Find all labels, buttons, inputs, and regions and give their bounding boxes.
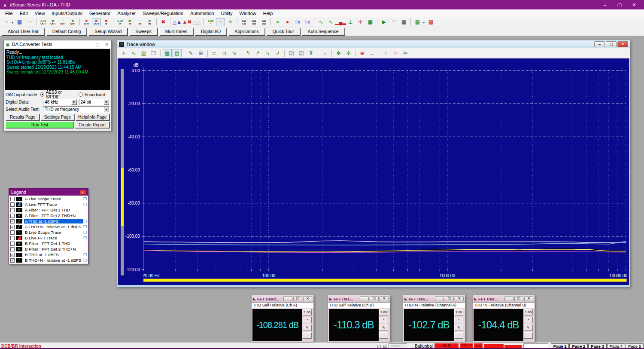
userbar-button-setup-wizard[interactable]: Setup Wizard (88, 28, 128, 35)
menu-item-utility[interactable]: Utility (218, 10, 236, 16)
userbar-button-quick-tour[interactable]: Quick Tour (267, 28, 300, 35)
sweep-mute-icon[interactable]: ▲✖ (182, 18, 191, 26)
meter-view-button[interactable]: ◔ (454, 317, 463, 323)
minimize-button[interactable]: – (598, 1, 612, 9)
legend-trace-label[interactable]: A Filter : FFT Det 1 THD (24, 208, 87, 212)
da-minimize-button[interactable]: – (85, 42, 91, 47)
fft-close-button[interactable]: ✕ (380, 296, 389, 301)
pan-up-icon[interactable]: ↱ (253, 49, 262, 57)
trace-close-button[interactable]: ✕ (617, 41, 628, 47)
edit-settings-button[interactable]: ✎ (454, 325, 463, 331)
legend-trace-label[interactable]: B THD+N - relative at -1 dBFS (24, 258, 83, 263)
legend-row[interactable]: ∿A Live Scope Trace❐ (9, 196, 88, 202)
tx-generator-icon[interactable]: Tx (293, 18, 302, 26)
userbar-button-auto-sequence[interactable]: Auto Sequence (302, 28, 345, 35)
results-page-button[interactable]: Results Page (6, 114, 39, 120)
da-maximize-button[interactable]: ▢ (95, 42, 100, 47)
legend-trace-label[interactable]: B Filter : FFT Det 1 THD (24, 241, 87, 246)
menu-item-generator[interactable]: Generator (86, 10, 114, 16)
copy-trace-icon[interactable]: ❐ (83, 202, 87, 207)
log-window-icon[interactable]: ▤ (383, 344, 386, 349)
copy-trace-icon[interactable]: ❐ (149, 49, 158, 57)
menu-item-window[interactable]: Window (236, 10, 260, 16)
legend-trace-label[interactable]: A Live FFT Trace (24, 202, 83, 207)
channel-b-readings-icon[interactable]: CAOB (249, 18, 258, 26)
report-stop-icon[interactable]: ▤ (426, 18, 435, 26)
run-script-icon[interactable]: ▶ (380, 18, 389, 26)
stop-icon[interactable]: ● (283, 18, 292, 26)
reading-multitone-icon[interactable]: ≋ (226, 18, 235, 26)
meter-view-button[interactable]: ◔ (303, 317, 312, 323)
trace-visibility-checkbox[interactable] (10, 202, 15, 207)
settings-page-button[interactable]: Settings Page (40, 114, 74, 120)
analyzer-meter-in-icon[interactable]: ◔IN (135, 18, 144, 26)
userbar-button-about-user-bar[interactable]: About User Bar (2, 28, 45, 35)
copy-trace-icon[interactable]: ❐ (83, 253, 87, 257)
zoom-selection-right-icon[interactable]: Q[ (297, 49, 306, 57)
script-editor-icon[interactable]: ▦ (399, 18, 408, 26)
maximize-button[interactable]: ▢ (612, 1, 627, 9)
edit-settings-button[interactable]: ✎ (379, 325, 388, 331)
userbar-button-applications[interactable]: Applications (228, 28, 265, 35)
export-trace-icon[interactable]: ▥ (139, 49, 148, 57)
legend-row[interactable]: ▟A Live FFT Trace❐ (9, 202, 88, 207)
horizontal-scrollbar[interactable] (143, 279, 627, 282)
analyzer-level-in-icon[interactable]: 1.00IN (115, 18, 125, 26)
legend-row[interactable]: ✓╱B THD at -1 dBFS❐ (9, 252, 88, 257)
legend-trace-label[interactable]: A THD at -1 dBFS (24, 219, 83, 223)
legend-row[interactable]: VA Filter : FFT Det 1 THD (9, 207, 88, 213)
cursor-walker-icon[interactable]: ⊕ (358, 49, 367, 57)
userbar-button-digital-i-o[interactable]: Digital I/O (195, 28, 227, 35)
copy-trace-icon[interactable]: ❐ (83, 219, 87, 223)
pan-right-icon[interactable]: ↲ (273, 49, 282, 57)
prev-next-button[interactable]: ↔ (524, 332, 533, 339)
meter-view-button[interactable]: ◔ (524, 317, 533, 323)
crosshair-icon[interactable]: ✛ (356, 18, 365, 26)
marker-config-icon[interactable]: ⊨ (401, 49, 410, 57)
legend-row[interactable]: VA Filter : FFT Det 2 THD+N (9, 213, 88, 218)
export-config-icon[interactable]: ▱ (25, 18, 34, 26)
analyzer-multitone-in-icon[interactable]: ≋IN (145, 18, 154, 26)
save-config-icon[interactable]: ▦ (15, 18, 24, 26)
menu-item-edit[interactable]: Edit (16, 10, 31, 16)
menu-item-automation[interactable]: Automation (187, 10, 218, 16)
sample-rate-select[interactable]: 48 kHz▼ (43, 99, 77, 105)
legend-row[interactable]: VB Filter : FFT Det 1 THD (9, 241, 88, 246)
output-mute-a-icon[interactable]: ✖OUT (82, 18, 91, 26)
legend-trace-label[interactable]: B Filter : FFT Det 2 THD+N (24, 247, 87, 251)
bit-depth-select[interactable]: 24 bit▼ (79, 99, 109, 105)
chart-region[interactable]: 0.00-20.00-40.00-60.00-80.00-100.00-120.… (118, 58, 629, 285)
userbar-button-multi-tones[interactable]: Multi-tones (159, 28, 193, 35)
sweep-run-icon[interactable]: ∿ (316, 18, 325, 26)
trace-visibility-checkbox[interactable]: ✓ (10, 219, 15, 223)
generator-level-out-icon[interactable]: 1.00OUT (39, 18, 48, 26)
vertical-scrollbar-thumb[interactable] (121, 168, 124, 226)
legend-row[interactable]: ✓╱A THD at -1 dBFS❐ (9, 218, 88, 224)
grid-toggle-icon[interactable]: ▦ (163, 49, 172, 57)
da-titlebar[interactable]: ▣ DA Converter Tests – ▢ ✕ (4, 40, 111, 49)
trace-visibility-checkbox[interactable] (10, 230, 15, 235)
legend-close-button[interactable]: x (80, 190, 86, 195)
edit-settings-button[interactable]: ✎ (303, 325, 312, 331)
copy-trace-icon[interactable]: ❐ (83, 230, 87, 235)
prev-next-button[interactable]: ↔ (379, 332, 388, 339)
prev-next-button[interactable]: ↔ (303, 332, 312, 339)
trace-titlebar[interactable]: ∿ Trace window – ▢ ✕ (117, 40, 630, 48)
channel-a-readings-icon[interactable]: CACB (240, 18, 249, 26)
menu-item-file[interactable]: File (2, 10, 16, 16)
legend-trace-label[interactable]: A Live Scope Trace (24, 196, 83, 201)
userbar-button-default-config[interactable]: Default Config (46, 28, 87, 35)
vertical-scrollbar[interactable] (121, 69, 124, 276)
legend-row[interactable]: ✓╱A THD+N - relative at -1 dBFS❐ (9, 224, 88, 230)
trace-visibility-checkbox[interactable]: ✓ (10, 225, 15, 229)
copy-trace-icon[interactable]: ❐ (83, 258, 87, 263)
reading-meter-icon[interactable]: ◔ (216, 18, 225, 26)
menu-item-analyzer[interactable]: Analyzer (114, 10, 139, 16)
copy-trace-icon[interactable]: ❐ (83, 236, 87, 240)
userbar-button-sweeps[interactable]: Sweeps (129, 28, 157, 35)
meter-view-button[interactable]: ◔ (379, 317, 388, 323)
trace-visibility-checkbox[interactable]: ✓ (10, 253, 15, 257)
compress-y-icon[interactable]: ✣ (344, 49, 353, 57)
menu-item-sweeps-regulation[interactable]: Sweeps/Regulation (139, 10, 187, 16)
fft-maximize-button[interactable]: ▢ (293, 296, 302, 301)
